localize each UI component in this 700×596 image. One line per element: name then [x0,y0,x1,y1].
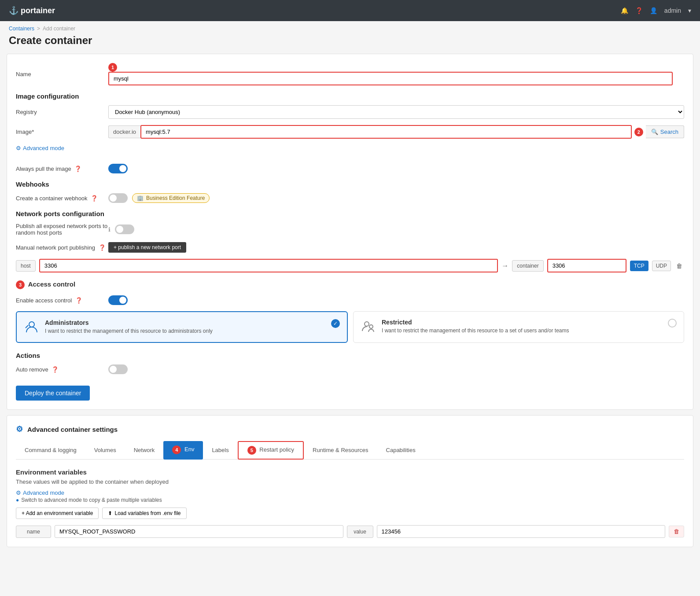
host-port-input[interactable] [39,259,498,272]
webhook-toggle-row: 🏢 Business Edition Feature [108,193,684,203]
svg-line-1 [26,325,28,328]
webhook-switch[interactable] [108,193,128,203]
advanced-mode-row: ⚙ Advanced mode [16,145,684,158]
name-field-row: Name 1 [16,63,684,85]
breadcrumb-separator: > [37,26,40,32]
tab-command-logging[interactable]: Command & logging [16,441,85,460]
image-config-title: Image configuration [16,92,684,100]
tcp-button[interactable]: TCP [630,261,648,271]
name-input[interactable] [108,72,673,85]
deploy-button[interactable]: Deploy the container [16,386,90,401]
step1-badge: 1 [108,63,117,72]
restricted-card[interactable]: Restricted I want to restrict the manage… [353,311,684,343]
manual-publish-label: Manual network port publishing ❓ [16,244,108,251]
delete-port-button[interactable]: 🗑 [674,261,684,271]
restricted-card-text: Restricted I want to restrict the manage… [382,319,569,334]
admin-card[interactable]: Administrators I want to restrict the ma… [16,311,348,343]
breadcrumb-parent[interactable]: Containers [9,26,34,32]
image-label: Image* [16,129,108,135]
network-ports-title: Network ports configuration [16,210,684,217]
svg-point-0 [29,322,34,327]
publish-all-row: Publish all exposed network ports to ran… [16,223,684,236]
host-label: host [16,260,36,272]
auto-remove-switch[interactable] [108,364,128,374]
env-advanced-mode-row: ⚙ Advanced mode [16,489,684,496]
admin-selected-check: ✓ [331,319,340,328]
auto-remove-label: Auto remove ❓ [16,366,108,373]
registry-select[interactable]: Docker Hub (anonymous) [108,105,684,119]
restricted-card-icon [361,319,376,335]
env-action-buttons: + Add an environment variable ⬆ Load var… [16,508,684,519]
container-label: container [512,260,543,272]
bell-icon[interactable]: 🔔 [621,7,628,14]
add-env-button[interactable]: + Add an environment variable [16,508,99,519]
admin-card-icon [24,319,40,335]
topbar: ⚓ portainer 🔔 ❓ 👤 admin ▾ [0,0,700,21]
help-icon-publish: ❓ [99,244,106,251]
env-adv-icon: ⚙ [16,489,21,496]
advanced-settings-header: ⚙ Advanced container settings [16,424,684,434]
help-icon-pull: ❓ [74,166,81,172]
webhooks-title: Webhooks [16,180,684,188]
admin-label[interactable]: admin [664,7,681,14]
access-control-section: 3 Access control Enable access control ❓ [16,280,684,343]
page-title: Create container [0,32,700,54]
always-pull-row: Always pull the image ❓ [16,164,684,173]
building-icon: 🏢 [137,195,144,201]
env-name-label: name [16,526,51,538]
enable-access-switch[interactable] [108,295,128,305]
always-pull-label: Always pull the image ❓ [16,166,108,172]
image-input[interactable] [140,125,632,139]
tab-network[interactable]: Network [125,441,164,460]
enable-access-row: Enable access control ❓ [16,295,684,305]
env-advanced-mode-link[interactable]: Advanced mode [23,489,64,496]
access-control-header: 3 Access control [16,280,684,289]
advanced-settings-section: ⚙ Advanced container settings Command & … [7,415,693,547]
search-button[interactable]: 🔍 Search [646,125,684,138]
auto-remove-row: Auto remove ❓ [16,364,684,374]
advanced-mode-link[interactable]: ⚙ Advanced mode [16,145,64,151]
udp-button[interactable]: UDP [652,261,671,271]
radio-info-icon: ℹ [108,226,111,233]
enable-access-label: Enable access control ❓ [16,297,108,304]
step2-badge: 2 [634,128,643,136]
help-icon-access: ❓ [75,297,82,304]
tab-runtime-resources[interactable]: Runtime & Resources [304,441,377,460]
manual-publish-row: Manual network port publishing ❓ + publi… [16,242,684,253]
auto-remove-toggle [108,364,684,374]
tab-labels[interactable]: Labels [203,441,237,460]
env-delete-button[interactable]: 🗑 [669,526,684,537]
tab-restart-policy[interactable]: 5 Restart policy [238,441,304,460]
actions-title: Actions [16,352,684,359]
app-title: ⚓ portainer [9,6,55,15]
registry-value: Docker Hub (anonymous) [108,105,684,119]
svg-point-2 [365,322,369,326]
env-title: Environment variables [16,468,684,476]
env-key-input[interactable] [55,525,343,538]
publish-new-port-button[interactable]: + publish a new network port [108,242,186,253]
search-icon: 🔍 [651,129,658,135]
publish-all-switch[interactable] [115,224,134,234]
access-cards: Administrators I want to restrict the ma… [16,311,684,343]
step5-badge: 5 [247,446,256,455]
help-icon[interactable]: ❓ [635,7,643,14]
webhook-label: Create a container webhook ❓ [16,195,108,202]
port-mapping-row: host → container TCP UDP 🗑 [16,259,684,272]
env-switch-hint: ● Switch to advanced mode to copy & past… [16,497,684,503]
tab-env[interactable]: 4 Env [163,441,203,460]
tab-capabilities[interactable]: Capabilities [377,441,424,460]
user-icon[interactable]: 👤 [650,7,657,14]
image-prefix: docker.io [108,125,140,138]
container-port-input[interactable] [547,259,626,272]
help-icon-webhook: ❓ [91,195,98,202]
breadcrumb: Containers > Add container [0,21,700,32]
chevron-down-icon[interactable]: ▾ [688,7,691,14]
env-value-input[interactable] [377,525,666,538]
always-pull-switch[interactable] [108,164,128,173]
env-tab-content: Environment variables These values will … [16,468,684,538]
step3-badge: 3 [16,280,25,289]
load-env-button[interactable]: ⬆ Load variables from .env file [102,508,186,519]
upload-icon: ⬆ [108,510,112,516]
tab-volumes[interactable]: Volumes [85,441,125,460]
link-icon: ⚙ [16,145,21,151]
